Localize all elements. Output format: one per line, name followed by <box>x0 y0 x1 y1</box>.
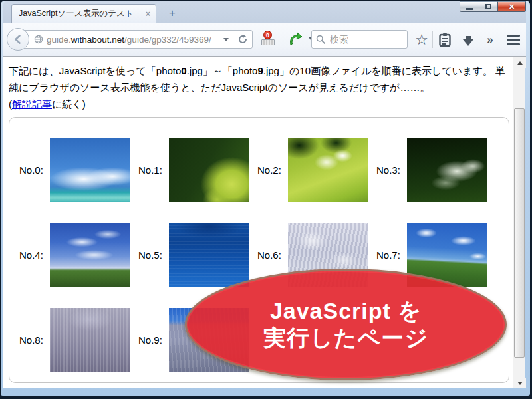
url-bar[interactable]: guide.withabout.net/guide/gp332/459369/ <box>19 30 253 49</box>
photo-row: No.0: No.1: No.2: No.3: <box>19 138 509 202</box>
maximize-icon <box>485 4 491 9</box>
annotation-line2: 実行したページ <box>263 325 428 352</box>
text-segment: .jpg」～「photo <box>187 65 258 76</box>
photo-thumbnail-1 <box>169 138 249 202</box>
vertical-scrollbar[interactable] <box>513 57 525 388</box>
green-arrow-icon <box>288 31 303 47</box>
tab-close-icon[interactable]: × <box>146 9 150 19</box>
back-arrow-icon <box>12 33 24 45</box>
extension-refresh-button[interactable] <box>288 31 314 47</box>
divider <box>432 31 433 48</box>
photo-item: No.2: <box>257 138 368 202</box>
url-domain: withabout.net <box>71 35 124 45</box>
url-dropdown-icon[interactable] <box>223 38 229 41</box>
reload-button[interactable] <box>237 34 248 45</box>
photo-item: No.4: <box>19 223 130 287</box>
minimize-icon <box>466 8 473 10</box>
text-segment: 下記には、JavaScriptを使って「photo <box>9 65 181 76</box>
overflow-button[interactable]: » <box>481 31 499 49</box>
nav-toolbar: guide.withabout.net/guide/gp332/459369/ … <box>3 23 526 57</box>
text-segment: 0 <box>181 65 186 76</box>
close-icon: ✕ <box>509 3 515 11</box>
globe-icon <box>34 35 43 44</box>
extension-source-button[interactable]: 0 <box>260 31 277 48</box>
photo-label: No.0: <box>19 164 49 176</box>
photo-label: No.7: <box>376 249 406 261</box>
photo-label: No.6: <box>257 249 287 261</box>
search-box[interactable] <box>311 30 408 49</box>
photo-thumbnail-5 <box>169 223 249 287</box>
search-icon <box>316 35 325 44</box>
maximize-button[interactable] <box>479 1 498 12</box>
scroll-up-button[interactable] <box>513 57 526 68</box>
photo-label: No.9: <box>138 334 168 346</box>
photo-item: No.8: <box>19 308 130 372</box>
close-button[interactable]: ✕ <box>498 1 526 12</box>
download-icon <box>463 39 473 46</box>
annotation-oval: JavaScript を 実行したページ <box>185 269 507 380</box>
scroll-down-button[interactable] <box>513 378 526 388</box>
url-text: guide.withabout.net/guide/gp332/459369/ <box>47 35 219 45</box>
chevron-more-icon: » <box>487 33 493 47</box>
divider <box>307 31 307 48</box>
link-line: (解説記事に続く) <box>9 96 506 112</box>
annotation-line1: JavaScript を <box>270 297 422 325</box>
photo-thumbnail-4 <box>50 223 130 287</box>
photo-item: No.5: <box>138 223 249 287</box>
photo-label: No.1: <box>138 164 168 176</box>
back-button[interactable] <box>7 28 29 51</box>
extension-source-icon <box>261 39 275 45</box>
photo-item: No.1: <box>138 138 249 202</box>
photo-item: No.0: <box>19 138 130 202</box>
photo-thumbnail-8 <box>50 308 130 372</box>
url-prefix: guide. <box>47 35 71 45</box>
tab-title: JavaScriptソース表示のテスト <box>19 8 142 19</box>
extension-badge: 0 <box>263 31 272 39</box>
divider <box>501 31 501 48</box>
clipboard-icon <box>438 33 452 47</box>
photo-label: No.4: <box>19 249 49 261</box>
intro-paragraph: 下記には、JavaScriptを使って「photo0.jpg」～「photo9.… <box>3 57 509 112</box>
bookmark-star-button[interactable]: ☆ <box>412 31 431 49</box>
photo-label: No.2: <box>257 164 287 176</box>
reload-icon <box>237 34 248 45</box>
minimize-button[interactable] <box>460 1 479 12</box>
star-icon: ☆ <box>415 31 428 49</box>
scroll-down-icon <box>517 382 523 385</box>
bookmarks-menu-button[interactable] <box>436 31 454 49</box>
new-tab-button[interactable]: + <box>164 7 180 20</box>
photo-label: No.5: <box>138 249 168 261</box>
search-input[interactable] <box>329 33 403 45</box>
intro-text: 下記には、JavaScriptを使って「photo0.jpg」～「photo9.… <box>9 63 506 96</box>
divider <box>233 33 233 46</box>
tab-strip: JavaScriptソース表示のテスト × + <box>3 1 526 23</box>
photo-label: No.3: <box>376 164 406 176</box>
scroll-up-icon <box>517 61 523 65</box>
hamburger-icon <box>507 35 520 46</box>
window-controls: ✕ <box>460 1 526 12</box>
photo-label: No.8: <box>19 334 49 346</box>
scrollbar-thumb[interactable] <box>514 108 525 358</box>
menu-button[interactable] <box>504 31 523 49</box>
photo-item: No.3: <box>376 138 487 202</box>
photo-thumbnail-3 <box>407 138 487 202</box>
text-segment: に続く) <box>52 98 86 110</box>
url-path: /guide/gp332/459369/ <box>124 35 211 45</box>
downloads-button[interactable] <box>459 31 477 49</box>
text-segment: 9 <box>257 65 263 76</box>
photo-thumbnail-2 <box>288 138 368 202</box>
tab-active[interactable]: JavaScriptソース表示のテスト × <box>11 4 156 23</box>
browser-window: ✕ JavaScriptソース表示のテスト × + <box>0 0 532 399</box>
photo-thumbnail-0 <box>50 138 130 202</box>
inline-link[interactable]: 解説記事 <box>12 98 52 110</box>
page-content: 下記には、JavaScriptを使って「photo0.jpg」～「photo9.… <box>3 57 513 388</box>
